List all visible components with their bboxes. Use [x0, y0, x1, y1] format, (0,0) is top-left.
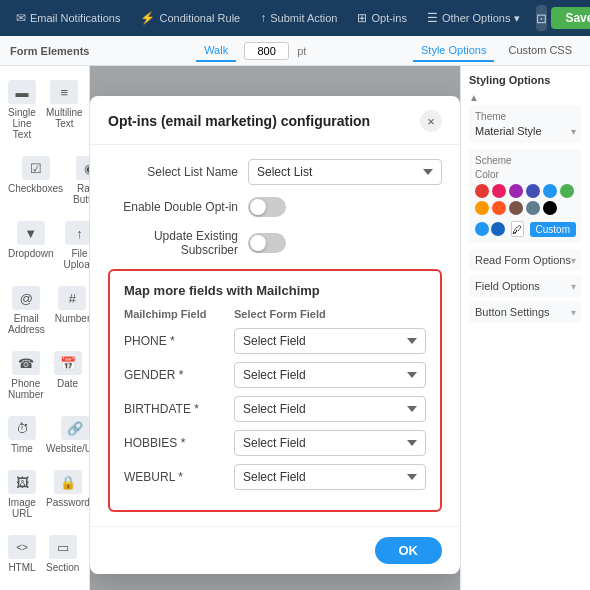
- sidebar-item-single-line-text[interactable]: ▬ Single Line Text: [4, 74, 40, 146]
- color-swatch-black[interactable]: [543, 201, 557, 215]
- color-swatch-bluegrey[interactable]: [526, 201, 540, 215]
- sidebar-label-password: Password: [46, 497, 90, 508]
- birthdate-field-name: BIRTHDATE *: [124, 402, 224, 416]
- color-swatch-brown[interactable]: [509, 201, 523, 215]
- sidebar-item-radio-buttons[interactable]: ◉ Radio Buttons: [69, 150, 90, 211]
- read-form-options-row[interactable]: Read Form Options ▾: [469, 249, 582, 271]
- sidebar-item-date[interactable]: 📅 Date: [50, 345, 86, 406]
- sidebar-item-email[interactable]: @ Email Address: [4, 280, 49, 341]
- sidebar-item-time[interactable]: ⏱ Time: [4, 410, 40, 460]
- modal-header: Opt-ins (email marketing) configuration …: [90, 96, 460, 145]
- upload-icon: ↑: [65, 221, 90, 245]
- color-indicator-1: [475, 222, 489, 236]
- double-optin-label: Enable Double Opt-in: [108, 200, 238, 214]
- gender-field-select[interactable]: Select Field: [234, 362, 426, 388]
- theme-section: Theme Material Style ▾: [469, 105, 582, 143]
- button-settings-label: Button Settings: [475, 306, 550, 318]
- tab-walk[interactable]: Walk: [196, 40, 236, 62]
- modal-close-button[interactable]: ×: [420, 110, 442, 132]
- map-field-row-birthdate: BIRTHDATE * Select Field: [124, 396, 426, 422]
- tab-style-options[interactable]: Style Options: [413, 40, 494, 62]
- multiline-icon: ≡: [50, 80, 78, 104]
- color-swatch-green[interactable]: [560, 184, 574, 198]
- color-swatch-purple[interactable]: [509, 184, 523, 198]
- theme-chevron-icon[interactable]: ▾: [571, 126, 576, 137]
- sidebar-item-section[interactable]: ▭ Section: [42, 529, 83, 579]
- sidebar-item-phone[interactable]: ☎ Phone Number: [4, 345, 48, 406]
- field-options-label: Field Options: [475, 280, 540, 292]
- sidebar-item-file-upload[interactable]: ↑ File Upload: [60, 215, 90, 276]
- double-optin-row: Enable Double Opt-in: [108, 197, 442, 217]
- nav-other-options[interactable]: ☰ Other Options ▾: [419, 7, 528, 29]
- email-icon: ✉: [16, 11, 26, 25]
- color-swatch-orange[interactable]: [475, 201, 489, 215]
- double-optin-toggle[interactable]: [248, 197, 286, 217]
- nav-optins[interactable]: ⊞ Opt-ins: [349, 7, 414, 29]
- save-button[interactable]: Save: [551, 7, 590, 29]
- map-field-row-gender: GENDER * Select Field: [124, 362, 426, 388]
- update-subscriber-toggle[interactable]: [248, 233, 286, 253]
- color-swatch-red[interactable]: [475, 184, 489, 198]
- theme-row: Material Style ▾: [475, 125, 576, 137]
- list-name-label: Select List Name: [108, 165, 238, 179]
- sidebar-row-6: ⏱ Time 🔗 Website/URL: [4, 410, 85, 460]
- sidebar-item-dropdown[interactable]: ▼ Dropdown: [4, 215, 58, 276]
- image-icon: 🖼: [8, 470, 36, 494]
- update-subscriber-label: Update Existing Subscriber: [108, 229, 238, 257]
- nav-submit-label: Submit Action: [270, 12, 337, 24]
- sidebar-item-website-url[interactable]: 🔗 Website/URL: [42, 410, 90, 460]
- phone-field-name: PHONE *: [124, 334, 224, 348]
- color-swatch-deeporange[interactable]: [492, 201, 506, 215]
- birthdate-field-select[interactable]: Select Field: [234, 396, 426, 422]
- width-input[interactable]: [244, 42, 289, 60]
- field-options-row[interactable]: Field Options ▾: [469, 275, 582, 297]
- sidebar-label-checkboxes: Checkboxes: [8, 183, 63, 194]
- color-label: Color: [475, 169, 576, 180]
- chevron-down-icon: ▾: [514, 12, 520, 25]
- time-icon: ⏱: [8, 416, 36, 440]
- nav-conditional-label: Conditional Rule: [159, 12, 240, 24]
- sidebar-item-multiline-text[interactable]: ≡ Multiline Text: [42, 74, 87, 146]
- sidebar-item-password[interactable]: 🔒 Password: [42, 464, 90, 525]
- color-swatch-pink[interactable]: [492, 184, 506, 198]
- color-swatches: [475, 184, 576, 215]
- button-settings-chevron-icon: ▾: [571, 307, 576, 318]
- sidebar-item-checkboxes[interactable]: ☑ Checkboxes: [4, 150, 67, 211]
- sidebar-item-number[interactable]: # Number: [51, 280, 90, 341]
- read-form-chevron-icon: ▾: [571, 255, 576, 266]
- color-swatch-blue[interactable]: [543, 184, 557, 198]
- field-options-chevron-icon: ▾: [571, 281, 576, 292]
- nav-submit-action[interactable]: ↑ Submit Action: [252, 7, 345, 29]
- sidebar-row-3: ▼ Dropdown ↑ File Upload: [4, 215, 85, 276]
- list-name-select[interactable]: Select List: [248, 159, 442, 185]
- ok-button[interactable]: OK: [375, 537, 443, 564]
- nav-conditional-rule[interactable]: ⚡ Conditional Rule: [132, 7, 248, 29]
- col2-header: Select Form Field: [234, 308, 426, 320]
- sidebar-item-image-url[interactable]: 🖼 Image URL: [4, 464, 40, 525]
- dropdown-icon: ▼: [17, 221, 45, 245]
- nav-email-label: Email Notifications: [30, 12, 120, 24]
- eyedropper-icon[interactable]: 🖊: [511, 221, 524, 237]
- modal-dialog: Opt-ins (email marketing) configuration …: [90, 96, 460, 574]
- sidebar-item-html[interactable]: <> HTML: [4, 529, 40, 579]
- color-swatch-indigo[interactable]: [526, 184, 540, 198]
- submit-icon: ↑: [260, 11, 266, 25]
- sidebar-row-5: ☎ Phone Number 📅 Date: [4, 345, 85, 406]
- number-icon: #: [58, 286, 86, 310]
- nav-email-notifications[interactable]: ✉ Email Notifications: [8, 7, 128, 29]
- weburl-field-name: WEBURL *: [124, 470, 224, 484]
- weburl-field-select[interactable]: Select Field: [234, 464, 426, 490]
- custom-color-button[interactable]: Custom: [530, 222, 576, 237]
- hobbies-field-select[interactable]: Select Field: [234, 430, 426, 456]
- resize-icon[interactable]: ⊡: [536, 5, 547, 31]
- tab-custom-css[interactable]: Custom CSS: [500, 40, 580, 62]
- scheme-section: Scheme Color 🖊 Cu: [469, 149, 582, 243]
- theme-label: Theme: [475, 111, 576, 122]
- sidebar-label-multiline: Multiline Text: [46, 107, 83, 129]
- sidebar-label-dropdown: Dropdown: [8, 248, 54, 259]
- map-field-row-weburl: WEBURL * Select Field: [124, 464, 426, 490]
- radio-icon: ◉: [76, 156, 90, 180]
- nav-optin-label: Opt-ins: [371, 12, 406, 24]
- phone-field-select[interactable]: Select Field: [234, 328, 426, 354]
- button-settings-row[interactable]: Button Settings ▾: [469, 301, 582, 323]
